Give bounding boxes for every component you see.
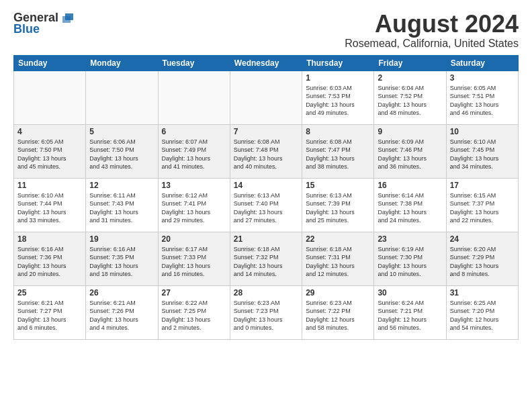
calendar-week-row: 25Sunrise: 6:21 AM Sunset: 7:27 PM Dayli… [14, 285, 519, 339]
day-number: 12 [89, 181, 154, 190]
day-number: 15 [306, 181, 370, 190]
calendar-cell: 13Sunrise: 6:12 AM Sunset: 7:41 PM Dayli… [158, 178, 230, 232]
day-number: 27 [162, 288, 226, 298]
day-info: Sunrise: 6:25 AM Sunset: 7:20 PM Dayligh… [450, 299, 515, 332]
day-number: 30 [378, 288, 442, 298]
calendar-cell: 26Sunrise: 6:21 AM Sunset: 7:26 PM Dayli… [86, 285, 158, 339]
day-info: Sunrise: 6:16 AM Sunset: 7:36 PM Dayligh… [17, 245, 82, 279]
calendar-cell: 9Sunrise: 6:09 AM Sunset: 7:46 PM Daylig… [374, 124, 446, 178]
day-info: Sunrise: 6:22 AM Sunset: 7:25 PM Dayligh… [162, 299, 226, 332]
day-info: Sunrise: 6:13 AM Sunset: 7:39 PM Dayligh… [306, 191, 370, 225]
calendar-cell: 21Sunrise: 6:18 AM Sunset: 7:32 PM Dayli… [230, 232, 302, 285]
day-number: 17 [450, 181, 515, 190]
day-number: 6 [162, 127, 226, 136]
day-number: 23 [378, 234, 442, 244]
day-number: 5 [89, 127, 154, 136]
day-number: 24 [450, 234, 515, 244]
calendar-page: General Blue August 2024 Rosemead, Calif… [0, 0, 532, 411]
day-info: Sunrise: 6:14 AM Sunset: 7:38 PM Dayligh… [378, 191, 442, 225]
header-row: SundayMondayTuesdayWednesdayThursdayFrid… [14, 55, 519, 71]
day-info: Sunrise: 6:21 AM Sunset: 7:26 PM Dayligh… [89, 299, 154, 332]
day-number: 10 [450, 127, 515, 136]
day-header-sunday: Sunday [14, 55, 86, 71]
day-number: 26 [89, 288, 154, 298]
day-info: Sunrise: 6:11 AM Sunset: 7:43 PM Dayligh… [89, 191, 154, 225]
day-number: 7 [234, 127, 298, 136]
day-header-monday: Monday [86, 55, 158, 71]
calendar-week-row: 18Sunrise: 6:16 AM Sunset: 7:36 PM Dayli… [14, 232, 519, 285]
day-header-friday: Friday [374, 55, 446, 71]
calendar-cell: 31Sunrise: 6:25 AM Sunset: 7:20 PM Dayli… [446, 285, 518, 339]
day-number: 22 [306, 234, 370, 244]
page-subtitle: Rosemead, California, United States [345, 38, 519, 50]
calendar-cell: 30Sunrise: 6:24 AM Sunset: 7:21 PM Dayli… [374, 285, 446, 339]
day-number: 1 [306, 73, 370, 83]
day-info: Sunrise: 6:10 AM Sunset: 7:44 PM Dayligh… [17, 191, 82, 225]
calendar-cell: 8Sunrise: 6:08 AM Sunset: 7:47 PM Daylig… [302, 124, 374, 178]
day-info: Sunrise: 6:07 AM Sunset: 7:49 PM Dayligh… [162, 138, 226, 171]
svg-marker-1 [62, 16, 71, 23]
calendar-cell: 18Sunrise: 6:16 AM Sunset: 7:36 PM Dayli… [14, 232, 86, 285]
day-info: Sunrise: 6:24 AM Sunset: 7:21 PM Dayligh… [378, 299, 442, 332]
day-number: 19 [89, 234, 154, 244]
day-info: Sunrise: 6:10 AM Sunset: 7:45 PM Dayligh… [450, 138, 515, 171]
calendar-cell: 5Sunrise: 6:06 AM Sunset: 7:50 PM Daylig… [86, 124, 158, 178]
day-header-wednesday: Wednesday [230, 55, 302, 71]
day-number: 3 [450, 73, 515, 83]
calendar-cell [158, 71, 230, 124]
day-info: Sunrise: 6:09 AM Sunset: 7:46 PM Dayligh… [378, 138, 442, 171]
day-info: Sunrise: 6:21 AM Sunset: 7:27 PM Dayligh… [17, 299, 82, 332]
calendar-cell: 12Sunrise: 6:11 AM Sunset: 7:43 PM Dayli… [86, 178, 158, 232]
calendar-cell: 17Sunrise: 6:15 AM Sunset: 7:37 PM Dayli… [446, 178, 518, 232]
calendar-week-row: 1Sunrise: 6:03 AM Sunset: 7:53 PM Daylig… [14, 71, 519, 124]
calendar-cell [86, 71, 158, 124]
day-header-thursday: Thursday [302, 55, 374, 71]
calendar-cell: 20Sunrise: 6:17 AM Sunset: 7:33 PM Dayli… [158, 232, 230, 285]
calendar-cell: 19Sunrise: 6:16 AM Sunset: 7:35 PM Dayli… [86, 232, 158, 285]
calendar-cell: 29Sunrise: 6:23 AM Sunset: 7:22 PM Dayli… [302, 285, 374, 339]
day-info: Sunrise: 6:04 AM Sunset: 7:52 PM Dayligh… [378, 84, 442, 118]
day-info: Sunrise: 6:06 AM Sunset: 7:50 PM Dayligh… [89, 138, 154, 171]
day-number: 2 [378, 73, 442, 83]
day-header-tuesday: Tuesday [158, 55, 230, 71]
day-number: 8 [306, 127, 370, 136]
day-number: 18 [17, 234, 82, 244]
calendar-cell: 7Sunrise: 6:08 AM Sunset: 7:48 PM Daylig… [230, 124, 302, 178]
logo-icon [60, 12, 75, 24]
day-info: Sunrise: 6:03 AM Sunset: 7:53 PM Dayligh… [306, 84, 370, 118]
day-number: 11 [17, 181, 82, 190]
calendar-table: SundayMondayTuesdayWednesdayThursdayFrid… [13, 55, 519, 340]
logo-blue: Blue [13, 22, 40, 36]
calendar-cell: 11Sunrise: 6:10 AM Sunset: 7:44 PM Dayli… [14, 178, 86, 232]
day-info: Sunrise: 6:16 AM Sunset: 7:35 PM Dayligh… [89, 245, 154, 279]
day-number: 20 [162, 234, 226, 244]
day-info: Sunrise: 6:18 AM Sunset: 7:31 PM Dayligh… [306, 245, 370, 279]
day-number: 4 [17, 127, 82, 136]
day-info: Sunrise: 6:18 AM Sunset: 7:32 PM Dayligh… [234, 245, 298, 279]
calendar-cell: 16Sunrise: 6:14 AM Sunset: 7:38 PM Dayli… [374, 178, 446, 232]
calendar-cell: 28Sunrise: 6:23 AM Sunset: 7:23 PM Dayli… [230, 285, 302, 339]
day-info: Sunrise: 6:05 AM Sunset: 7:50 PM Dayligh… [17, 138, 82, 171]
calendar-cell: 23Sunrise: 6:19 AM Sunset: 7:30 PM Dayli… [374, 232, 446, 285]
day-number: 25 [17, 288, 82, 298]
day-number: 16 [378, 181, 442, 190]
calendar-cell: 25Sunrise: 6:21 AM Sunset: 7:27 PM Dayli… [14, 285, 86, 339]
calendar-cell: 24Sunrise: 6:20 AM Sunset: 7:29 PM Dayli… [446, 232, 518, 285]
calendar-cell: 4Sunrise: 6:05 AM Sunset: 7:50 PM Daylig… [14, 124, 86, 178]
calendar-cell [230, 71, 302, 124]
calendar-week-row: 11Sunrise: 6:10 AM Sunset: 7:44 PM Dayli… [14, 178, 519, 232]
day-info: Sunrise: 6:19 AM Sunset: 7:30 PM Dayligh… [378, 245, 442, 279]
calendar-cell: 10Sunrise: 6:10 AM Sunset: 7:45 PM Dayli… [446, 124, 518, 178]
day-info: Sunrise: 6:23 AM Sunset: 7:22 PM Dayligh… [306, 299, 370, 332]
title-block: August 2024 Rosemead, California, United… [345, 11, 519, 50]
day-number: 28 [234, 288, 298, 298]
day-number: 21 [234, 234, 298, 244]
calendar-cell: 27Sunrise: 6:22 AM Sunset: 7:25 PM Dayli… [158, 285, 230, 339]
calendar-cell: 3Sunrise: 6:05 AM Sunset: 7:51 PM Daylig… [446, 71, 518, 124]
calendar-cell [14, 71, 86, 124]
calendar-cell: 14Sunrise: 6:13 AM Sunset: 7:40 PM Dayli… [230, 178, 302, 232]
day-info: Sunrise: 6:08 AM Sunset: 7:48 PM Dayligh… [234, 138, 298, 171]
day-number: 29 [306, 288, 370, 298]
calendar-cell: 1Sunrise: 6:03 AM Sunset: 7:53 PM Daylig… [302, 71, 374, 124]
day-info: Sunrise: 6:13 AM Sunset: 7:40 PM Dayligh… [234, 191, 298, 225]
